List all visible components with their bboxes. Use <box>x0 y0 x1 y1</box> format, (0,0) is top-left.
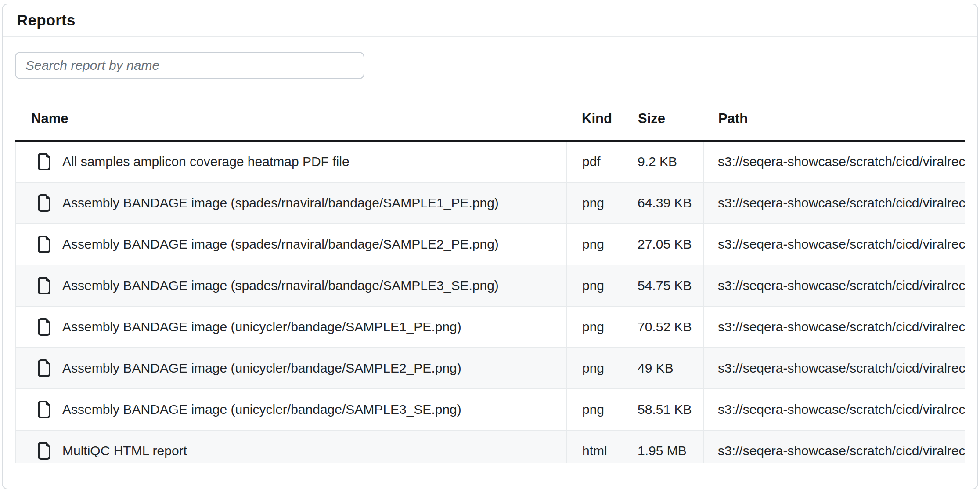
file-icon <box>37 318 51 336</box>
file-icon <box>37 442 51 460</box>
panel-header: Reports <box>3 4 977 37</box>
report-size: 9.2 KB <box>623 141 703 182</box>
report-size: 64.39 KB <box>623 182 703 224</box>
file-icon <box>37 236 51 253</box>
table-row[interactable]: Assembly BANDAGE image (unicycler/bandag… <box>15 389 965 430</box>
report-path: s3://seqera-showcase/scratch/cicd/viralr… <box>703 306 965 348</box>
report-kind: png <box>567 389 623 430</box>
column-header-size: Size <box>623 98 703 141</box>
report-kind: png <box>567 182 623 224</box>
report-kind: png <box>567 265 623 306</box>
column-header-path: Path <box>703 98 965 141</box>
table-row[interactable]: Assembly BANDAGE image (spades/rnaviral/… <box>15 224 965 265</box>
report-path: s3://seqera-showcase/scratch/cicd/viralr… <box>703 224 965 265</box>
report-name: Assembly BANDAGE image (unicycler/bandag… <box>62 402 461 417</box>
report-name: Assembly BANDAGE image (unicycler/bandag… <box>62 319 461 334</box>
report-path: s3://seqera-showcase/scratch/cicd/viralr… <box>703 141 965 182</box>
report-size: 70.52 KB <box>623 306 703 348</box>
report-size: 58.51 KB <box>623 389 703 430</box>
table-row[interactable]: All samples amplicon coverage heatmap PD… <box>15 141 965 182</box>
report-name: Assembly BANDAGE image (unicycler/bandag… <box>62 361 461 376</box>
report-name: Assembly BANDAGE image (spades/rnaviral/… <box>62 278 499 293</box>
report-size: 1.95 MB <box>623 430 703 463</box>
search-input[interactable] <box>15 52 364 79</box>
report-size: 27.05 KB <box>623 224 703 265</box>
file-icon <box>37 153 51 170</box>
file-icon <box>37 277 51 294</box>
report-path: s3://seqera-showcase/scratch/cicd/viralr… <box>703 182 965 224</box>
page-title: Reports <box>17 11 76 29</box>
report-size: 54.75 KB <box>623 265 703 306</box>
report-kind: pdf <box>567 141 623 182</box>
report-kind: html <box>567 430 623 463</box>
report-kind: png <box>567 224 623 265</box>
reports-table: Name Kind Size Path All samples amplicon… <box>15 98 965 463</box>
table-body: All samples amplicon coverage heatmap PD… <box>15 141 965 463</box>
reports-table-container: Name Kind Size Path All samples amplicon… <box>15 98 965 463</box>
file-icon <box>37 359 51 377</box>
report-name: Assembly BANDAGE image (spades/rnaviral/… <box>62 237 499 252</box>
report-path: s3://seqera-showcase/scratch/cicd/viralr… <box>703 389 965 430</box>
report-name: All samples amplicon coverage heatmap PD… <box>62 154 349 169</box>
report-path: s3://seqera-showcase/scratch/cicd/viralr… <box>703 348 965 389</box>
report-path: s3://seqera-showcase/scratch/cicd/viralr… <box>703 430 965 463</box>
report-name: MultiQC HTML report <box>62 443 187 458</box>
report-kind: png <box>567 306 623 348</box>
file-icon <box>37 194 51 212</box>
table-row[interactable]: Assembly BANDAGE image (spades/rnaviral/… <box>15 182 965 224</box>
reports-panel: Reports Name Kind Size Path <box>2 4 978 489</box>
table-row[interactable]: Assembly BANDAGE image (unicycler/bandag… <box>15 348 965 389</box>
column-header-kind: Kind <box>567 98 623 141</box>
panel-body: Name Kind Size Path All samples amplicon… <box>3 37 977 463</box>
table-row[interactable]: Assembly BANDAGE image (spades/rnaviral/… <box>15 265 965 306</box>
report-size: 49 KB <box>623 348 703 389</box>
report-path: s3://seqera-showcase/scratch/cicd/viralr… <box>703 265 965 306</box>
table-row[interactable]: MultiQC HTML report html 1.95 MB s3://se… <box>15 430 965 463</box>
table-header: Name Kind Size Path <box>15 98 965 141</box>
report-kind: png <box>567 348 623 389</box>
table-row[interactable]: Assembly BANDAGE image (unicycler/bandag… <box>15 306 965 348</box>
column-header-name: Name <box>15 98 567 141</box>
report-name: Assembly BANDAGE image (spades/rnaviral/… <box>62 196 499 210</box>
file-icon <box>37 401 51 418</box>
